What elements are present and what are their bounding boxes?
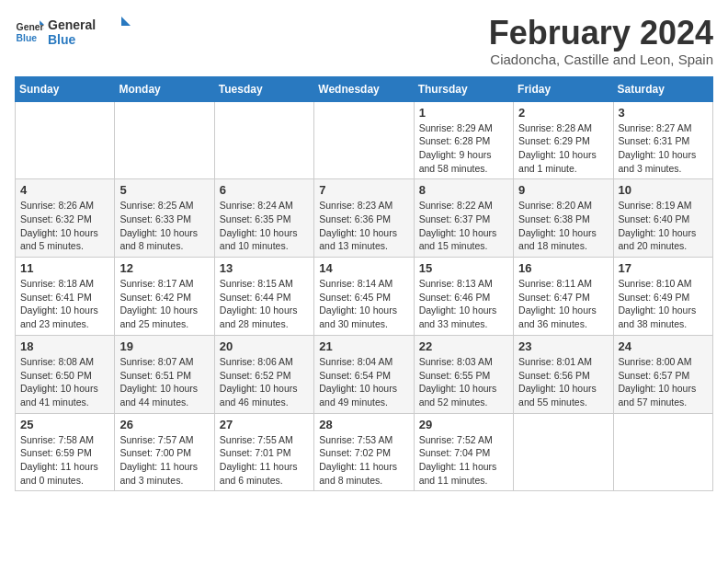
calendar-cell [214, 101, 313, 179]
calendar-cell: 1Sunrise: 8:29 AM Sunset: 6:28 PM Daylig… [414, 101, 513, 179]
weekday-header-friday: Friday [514, 76, 613, 101]
weekday-header-row: SundayMondayTuesdayWednesdayThursdayFrid… [16, 76, 713, 101]
logo-graphic: General Blue [48, 15, 131, 50]
location-subtitle: Ciadoncha, Castille and Leon, Spain [489, 52, 713, 67]
day-number: 11 [20, 261, 109, 275]
month-year-title: February 2024 [489, 15, 713, 52]
day-number: 15 [419, 261, 508, 275]
calendar-cell: 27Sunrise: 7:55 AM Sunset: 7:01 PM Dayli… [214, 413, 313, 491]
day-info: Sunrise: 8:11 AM Sunset: 6:47 PM Dayligh… [518, 277, 608, 331]
day-info: Sunrise: 8:08 AM Sunset: 6:50 PM Dayligh… [20, 355, 109, 409]
calendar-cell: 6Sunrise: 8:24 AM Sunset: 6:35 PM Daylig… [214, 179, 313, 258]
calendar-cell: 9Sunrise: 8:20 AM Sunset: 6:38 PM Daylig… [514, 179, 613, 258]
weekday-header-sunday: Sunday [16, 76, 115, 101]
calendar-cell [16, 101, 115, 179]
day-info: Sunrise: 8:14 AM Sunset: 6:45 PM Dayligh… [319, 277, 408, 331]
day-number: 25 [20, 418, 109, 431]
day-number: 16 [518, 261, 608, 275]
week-row-3: 11Sunrise: 8:18 AM Sunset: 6:41 PM Dayli… [16, 258, 713, 336]
svg-marker-5 [121, 17, 131, 26]
day-number: 27 [220, 418, 309, 431]
calendar-table: SundayMondayTuesdayWednesdayThursdayFrid… [15, 76, 713, 492]
week-row-1: 1Sunrise: 8:29 AM Sunset: 6:28 PM Daylig… [16, 101, 713, 179]
svg-text:Blue: Blue [48, 32, 76, 47]
day-number: 24 [619, 339, 708, 353]
logo-icon: General Blue [15, 17, 44, 47]
week-row-5: 25Sunrise: 7:58 AM Sunset: 6:59 PM Dayli… [16, 413, 713, 491]
day-number: 6 [220, 183, 309, 197]
day-number: 10 [619, 183, 708, 197]
calendar-cell: 12Sunrise: 8:17 AM Sunset: 6:42 PM Dayli… [115, 258, 214, 336]
calendar-cell: 8Sunrise: 8:22 AM Sunset: 6:37 PM Daylig… [414, 179, 513, 258]
day-number: 4 [20, 183, 109, 197]
day-info: Sunrise: 7:55 AM Sunset: 7:01 PM Dayligh… [220, 433, 309, 488]
day-info: Sunrise: 8:15 AM Sunset: 6:44 PM Dayligh… [220, 277, 309, 331]
day-number: 7 [319, 183, 408, 197]
day-info: Sunrise: 8:01 AM Sunset: 6:56 PM Dayligh… [518, 355, 608, 409]
day-info: Sunrise: 8:18 AM Sunset: 6:41 PM Dayligh… [20, 277, 109, 331]
weekday-header-tuesday: Tuesday [214, 76, 313, 101]
calendar-cell: 3Sunrise: 8:27 AM Sunset: 6:31 PM Daylig… [613, 101, 712, 179]
day-number: 14 [319, 261, 408, 275]
day-number: 21 [319, 339, 408, 353]
week-row-2: 4Sunrise: 8:26 AM Sunset: 6:32 PM Daylig… [16, 179, 713, 258]
day-info: Sunrise: 7:53 AM Sunset: 7:02 PM Dayligh… [319, 433, 408, 488]
calendar-cell: 10Sunrise: 8:19 AM Sunset: 6:40 PM Dayli… [613, 179, 712, 258]
day-number: 8 [419, 183, 508, 197]
day-number: 17 [619, 261, 708, 275]
calendar-cell: 20Sunrise: 8:06 AM Sunset: 6:52 PM Dayli… [214, 335, 313, 413]
logo: General Blue General Blue [15, 15, 131, 50]
calendar-cell: 19Sunrise: 8:07 AM Sunset: 6:51 PM Dayli… [115, 335, 214, 413]
calendar-cell: 18Sunrise: 8:08 AM Sunset: 6:50 PM Dayli… [16, 335, 115, 413]
day-info: Sunrise: 7:58 AM Sunset: 6:59 PM Dayligh… [20, 433, 109, 488]
day-number: 5 [119, 183, 209, 197]
day-number: 18 [20, 339, 109, 353]
page-header: General Blue General Blue February 2024 … [15, 15, 713, 67]
title-block: February 2024 Ciadoncha, Castille and Le… [489, 15, 713, 67]
calendar-cell: 17Sunrise: 8:10 AM Sunset: 6:49 PM Dayli… [613, 258, 712, 336]
weekday-header-saturday: Saturday [613, 76, 712, 101]
calendar-cell: 15Sunrise: 8:13 AM Sunset: 6:46 PM Dayli… [414, 258, 513, 336]
day-info: Sunrise: 8:23 AM Sunset: 6:36 PM Dayligh… [319, 199, 408, 253]
calendar-cell: 11Sunrise: 8:18 AM Sunset: 6:41 PM Dayli… [16, 258, 115, 336]
day-info: Sunrise: 7:57 AM Sunset: 7:00 PM Dayligh… [119, 433, 209, 488]
day-number: 1 [419, 106, 508, 120]
calendar-cell [613, 413, 712, 491]
svg-text:General: General [48, 17, 96, 32]
calendar-cell: 16Sunrise: 8:11 AM Sunset: 6:47 PM Dayli… [514, 258, 613, 336]
day-info: Sunrise: 8:00 AM Sunset: 6:57 PM Dayligh… [619, 355, 708, 409]
weekday-header-thursday: Thursday [414, 76, 513, 101]
day-info: Sunrise: 8:24 AM Sunset: 6:35 PM Dayligh… [220, 199, 309, 253]
calendar-cell: 23Sunrise: 8:01 AM Sunset: 6:56 PM Dayli… [514, 335, 613, 413]
day-number: 20 [220, 339, 309, 353]
day-info: Sunrise: 8:20 AM Sunset: 6:38 PM Dayligh… [518, 199, 608, 253]
day-info: Sunrise: 8:25 AM Sunset: 6:33 PM Dayligh… [119, 199, 209, 253]
weekday-header-wednesday: Wednesday [314, 76, 414, 101]
day-number: 26 [119, 418, 209, 431]
day-info: Sunrise: 8:07 AM Sunset: 6:51 PM Dayligh… [119, 355, 209, 409]
calendar-cell: 25Sunrise: 7:58 AM Sunset: 6:59 PM Dayli… [16, 413, 115, 491]
calendar-cell [115, 101, 214, 179]
calendar-cell: 24Sunrise: 8:00 AM Sunset: 6:57 PM Dayli… [613, 335, 712, 413]
day-info: Sunrise: 8:22 AM Sunset: 6:37 PM Dayligh… [419, 199, 508, 253]
calendar-cell [514, 413, 613, 491]
calendar-cell: 26Sunrise: 7:57 AM Sunset: 7:00 PM Dayli… [115, 413, 214, 491]
calendar-cell: 29Sunrise: 7:52 AM Sunset: 7:04 PM Dayli… [414, 413, 513, 491]
calendar-cell [314, 101, 414, 179]
day-info: Sunrise: 8:10 AM Sunset: 6:49 PM Dayligh… [619, 277, 708, 331]
calendar-cell: 5Sunrise: 8:25 AM Sunset: 6:33 PM Daylig… [115, 179, 214, 258]
calendar-cell: 22Sunrise: 8:03 AM Sunset: 6:55 PM Dayli… [414, 335, 513, 413]
day-info: Sunrise: 8:04 AM Sunset: 6:54 PM Dayligh… [319, 355, 408, 409]
calendar-cell: 7Sunrise: 8:23 AM Sunset: 6:36 PM Daylig… [314, 179, 414, 258]
week-row-4: 18Sunrise: 8:08 AM Sunset: 6:50 PM Dayli… [16, 335, 713, 413]
day-number: 3 [619, 106, 708, 120]
day-info: Sunrise: 7:52 AM Sunset: 7:04 PM Dayligh… [419, 433, 508, 488]
day-info: Sunrise: 8:17 AM Sunset: 6:42 PM Dayligh… [119, 277, 209, 331]
day-info: Sunrise: 8:03 AM Sunset: 6:55 PM Dayligh… [419, 355, 508, 409]
day-number: 12 [119, 261, 209, 275]
day-info: Sunrise: 8:19 AM Sunset: 6:40 PM Dayligh… [619, 199, 708, 253]
day-number: 2 [518, 106, 608, 120]
weekday-header-monday: Monday [115, 76, 214, 101]
day-info: Sunrise: 8:26 AM Sunset: 6:32 PM Dayligh… [20, 199, 109, 253]
day-info: Sunrise: 8:06 AM Sunset: 6:52 PM Dayligh… [220, 355, 309, 409]
